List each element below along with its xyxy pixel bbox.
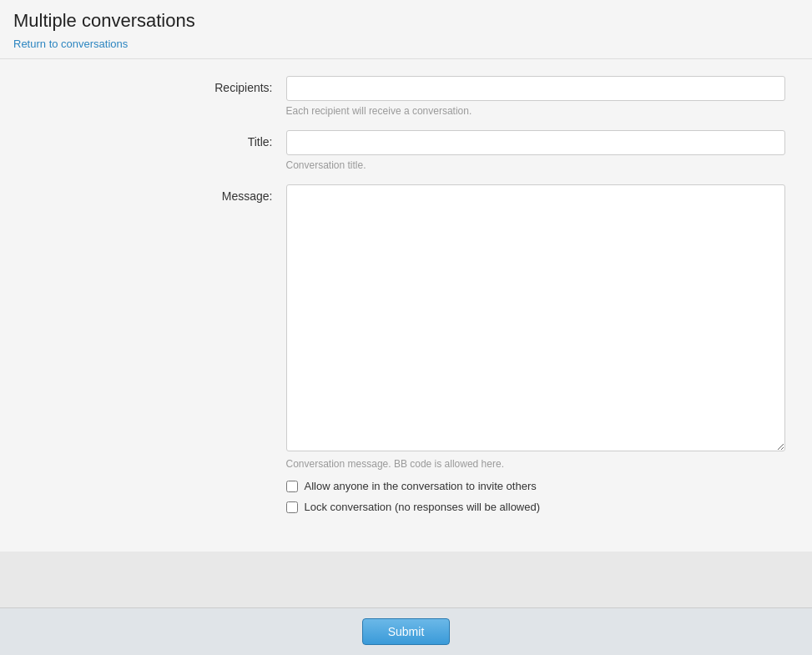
form-container: Recipients: Each recipient will receive … <box>0 59 812 552</box>
lock-checkbox-row: Lock conversation (no responses will be … <box>286 501 785 513</box>
checkboxes-section: Allow anyone in the conversation to invi… <box>286 480 785 513</box>
lock-checkbox-label[interactable]: Lock conversation (no responses will be … <box>305 501 541 513</box>
message-label: Message: <box>28 184 286 203</box>
recipients-field-wrapper: Each recipient will receive a conversati… <box>286 76 785 117</box>
title-field-wrapper: Conversation title. <box>286 130 785 171</box>
message-field-wrapper: Conversation message. BB code is allowed… <box>286 184 785 521</box>
invite-checkbox-label[interactable]: Allow anyone in the conversation to invi… <box>305 480 537 492</box>
page-title: Multiple conversations <box>13 10 799 32</box>
title-row: Title: Conversation title. <box>28 130 785 171</box>
recipients-hint: Each recipient will receive a conversati… <box>286 105 785 117</box>
recipients-label: Recipients: <box>28 76 286 94</box>
message-textarea[interactable] <box>286 184 785 451</box>
lock-checkbox[interactable] <box>286 501 298 513</box>
title-hint: Conversation title. <box>286 159 785 171</box>
submit-button[interactable]: Submit <box>362 618 451 645</box>
invite-checkbox[interactable] <box>286 481 298 492</box>
return-to-conversations-link[interactable]: Return to conversations <box>13 38 128 50</box>
title-input[interactable] <box>286 130 785 155</box>
invite-checkbox-row: Allow anyone in the conversation to invi… <box>286 480 785 492</box>
footer-bar: Submit <box>0 607 812 655</box>
page-header: Multiple conversations Return to convers… <box>0 0 812 59</box>
recipients-row: Recipients: Each recipient will receive … <box>28 76 785 117</box>
message-hint: Conversation message. BB code is allowed… <box>286 458 785 470</box>
form-inner: Recipients: Each recipient will receive … <box>14 76 799 521</box>
recipients-input[interactable] <box>286 76 785 101</box>
message-row: Message: Conversation message. BB code i… <box>28 184 785 521</box>
title-label: Title: <box>28 130 286 149</box>
